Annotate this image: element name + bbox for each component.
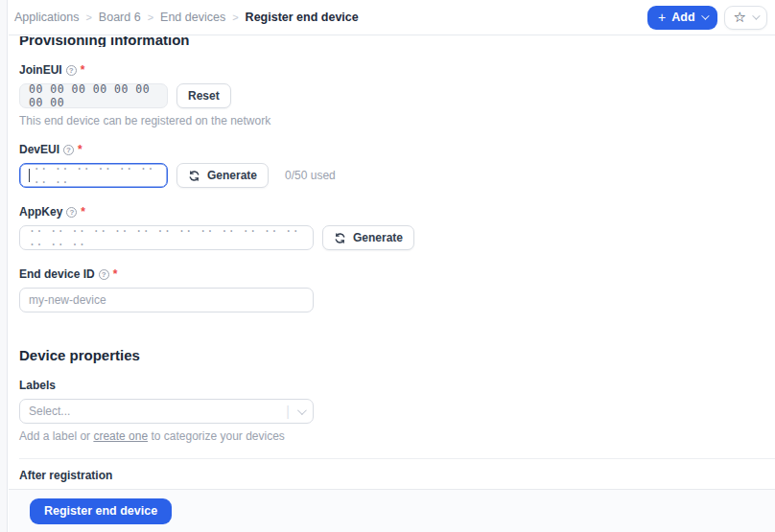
deveui-usage-counter: 0/50 used (285, 169, 336, 182)
topbar-actions: + Add ☆ (647, 6, 767, 30)
deveui-label: DevEUI ? * (19, 143, 775, 156)
register-end-device-form: Provisioning information JoinEUI ? * 00 … (9, 36, 775, 489)
after-registration-label-text: After registration (19, 469, 112, 482)
deveui-input[interactable]: ·· ·· ·· ·· ·· ·· ·· ·· (19, 163, 168, 188)
end-device-id-placeholder: my-new-device (29, 293, 106, 307)
appkey-input[interactable]: ·· ·· ·· ·· ·· ·· ·· ·· ·· ·· ·· ·· ·· ·… (19, 225, 314, 250)
labels-helper-text: Add a label or create one to categorize … (19, 429, 775, 443)
required-asterisk: * (113, 267, 118, 281)
provisioning-section-header: Provisioning information (19, 36, 775, 47)
breadcrumb-applications[interactable]: Applications (14, 11, 79, 24)
end-device-id-label-text: End device ID (19, 267, 95, 281)
end-device-id-input[interactable]: my-new-device (19, 288, 314, 312)
joineui-helper-text: This end device can be registered on the… (19, 114, 775, 127)
breadcrumb-register-end-device: Register end device (246, 11, 359, 24)
submit-bar: Register end device (9, 489, 775, 532)
add-button-label: Add (671, 11, 694, 24)
text-cursor (29, 169, 30, 182)
joineui-label: JoinEUI ? * (19, 63, 775, 77)
breadcrumb-separator-icon: > (85, 12, 91, 23)
joineui-value: 00 00 00 00 00 00 00 00 (29, 82, 158, 109)
breadcrumb-application-name[interactable]: Board 6 (99, 11, 141, 24)
select-separator: | (286, 404, 290, 419)
joineui-reset-button[interactable]: Reset (176, 83, 231, 108)
breadcrumb: Applications > Board 6 > End devices > R… (14, 11, 359, 24)
breadcrumb-separator-icon: > (148, 12, 153, 23)
refresh-icon (334, 232, 346, 244)
help-icon[interactable]: ? (66, 207, 77, 218)
refresh-icon (188, 170, 200, 182)
generate-button-label: Generate (353, 231, 403, 244)
chevron-down-icon (701, 12, 709, 19)
register-end-device-button[interactable]: Register end device (30, 498, 172, 524)
breadcrumb-end-devices[interactable]: End devices (160, 11, 225, 24)
deveui-generate-button[interactable]: Generate (176, 163, 269, 188)
after-registration-label: After registration (19, 469, 775, 482)
help-icon[interactable]: ? (99, 269, 109, 280)
appkey-placeholder: ·· ·· ·· ·· ·· ·· ·· ·· ·· ·· ·· ·· ·· ·… (29, 224, 304, 251)
chevron-down-icon (752, 12, 760, 19)
provisioning-section-title: Provisioning information (19, 36, 190, 47)
section-divider (19, 458, 775, 459)
deveui-label-text: DevEUI (19, 143, 59, 156)
deveui-placeholder: ·· ·· ·· ·· ·· ·· ·· ·· (34, 162, 158, 189)
joineui-label-text: JoinEUI (19, 63, 62, 77)
appkey-generate-button[interactable]: Generate (322, 225, 414, 250)
breadcrumb-separator-icon: > (232, 12, 238, 23)
page-left-gutter (0, 0, 8, 532)
labels-label: Labels (19, 379, 775, 392)
labels-helper-suffix: to categorize your devices (148, 429, 285, 443)
plus-icon: + (658, 11, 666, 24)
required-asterisk: * (81, 205, 85, 219)
labels-select-placeholder: Select... (29, 405, 70, 418)
topbar: Applications > Board 6 > End devices > R… (9, 0, 775, 35)
required-asterisk: * (78, 143, 82, 156)
create-label-link[interactable]: create one (93, 429, 148, 443)
appkey-label: AppKey ? * (19, 205, 775, 219)
labels-helper-prefix: Add a label or (19, 429, 93, 443)
help-icon[interactable]: ? (66, 65, 77, 76)
bookmark-button[interactable]: ☆ (724, 6, 767, 30)
labels-label-text: Labels (19, 379, 56, 392)
reset-button-label: Reset (188, 89, 220, 103)
chevron-down-icon[interactable] (297, 405, 307, 415)
help-icon[interactable]: ? (63, 145, 74, 155)
generate-button-label: Generate (207, 169, 257, 182)
device-properties-title: Device properties (19, 347, 775, 363)
end-device-id-label: End device ID ? * (19, 267, 775, 281)
labels-select[interactable]: Select... | (19, 399, 314, 424)
joineui-input[interactable]: 00 00 00 00 00 00 00 00 (19, 83, 168, 108)
add-button[interactable]: + Add (647, 6, 717, 30)
star-icon: ☆ (734, 11, 746, 25)
appkey-label-text: AppKey (19, 205, 62, 219)
required-asterisk: * (81, 63, 85, 77)
